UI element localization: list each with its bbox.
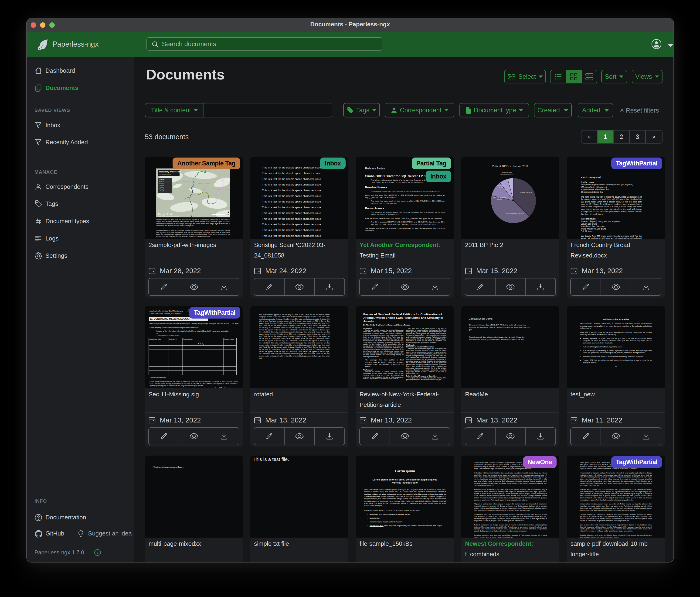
svg-text:Day 4: Day 4 — [160, 186, 164, 188]
svg-text:Day 2: Day 2 — [160, 183, 164, 184]
svg-text:Day 3: Day 3 — [160, 185, 164, 186]
svg-text:Day 6: Day 6 — [160, 190, 164, 192]
svg-text:Google Earth: Google Earth — [158, 213, 173, 216]
svg-text:Six days in BWCA: Six days in BWCA — [159, 174, 171, 175]
svg-text:N: N — [227, 214, 229, 216]
svg-text:i: i — [97, 550, 98, 555]
svg-text:N \ A: N \ A — [197, 342, 204, 345]
svg-text:© 2022 Google • Image Landsat: © 2022 Google • Image Landsat / Copernic… — [158, 216, 179, 217]
svg-text:Legend: Legend — [159, 178, 165, 181]
svg-text:2 mi: 2 mi — [217, 212, 219, 214]
svg-text:Day 1: Day 1 — [160, 181, 164, 182]
svg-text:Boundary Waters Trip: Boundary Waters Trip — [159, 171, 181, 173]
svg-text:Day 5: Day 5 — [160, 188, 164, 190]
